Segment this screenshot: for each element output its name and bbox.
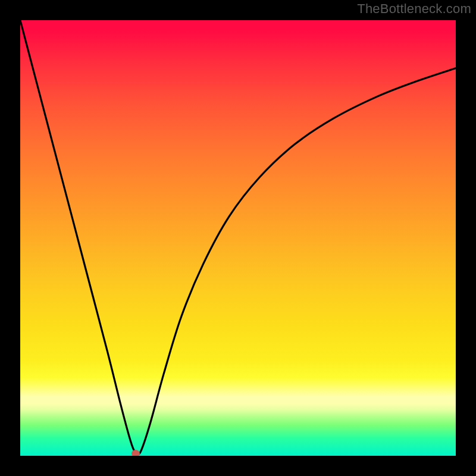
plot-area — [20, 20, 456, 456]
watermark-text: TheBottleneck.com — [357, 1, 471, 17]
bottleneck-curve — [20, 20, 456, 456]
chart-frame: TheBottleneck.com — [0, 0, 476, 476]
minimum-marker — [131, 450, 140, 456]
